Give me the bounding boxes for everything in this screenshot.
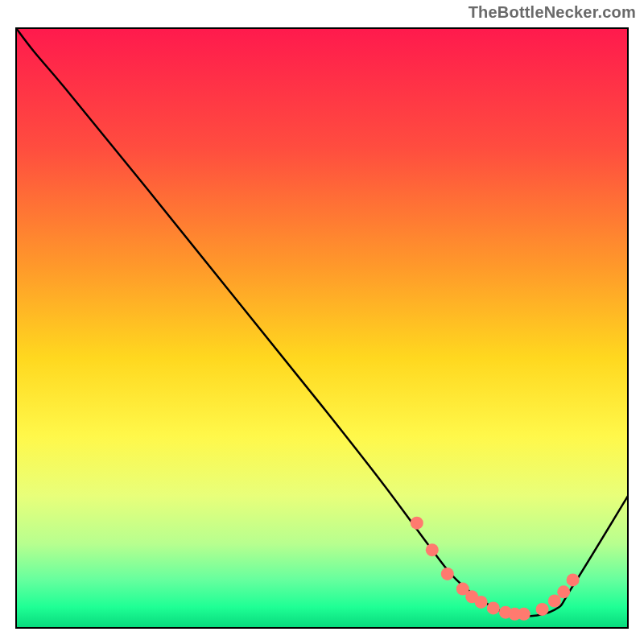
- chart-background: [16, 28, 628, 628]
- highlight-marker: [518, 608, 530, 621]
- highlight-marker: [487, 601, 500, 614]
- highlight-marker: [567, 573, 580, 586]
- bottleneck-chart: TheBottleNecker.com: [0, 0, 644, 644]
- highlight-marker: [441, 568, 454, 580]
- highlight-marker: [475, 596, 488, 609]
- highlight-marker: [536, 603, 549, 616]
- highlight-marker: [411, 517, 423, 530]
- highlight-marker: [557, 585, 570, 598]
- highlight-marker: [548, 594, 561, 607]
- highlight-marker: [426, 543, 439, 556]
- chart-svg: [0, 0, 644, 644]
